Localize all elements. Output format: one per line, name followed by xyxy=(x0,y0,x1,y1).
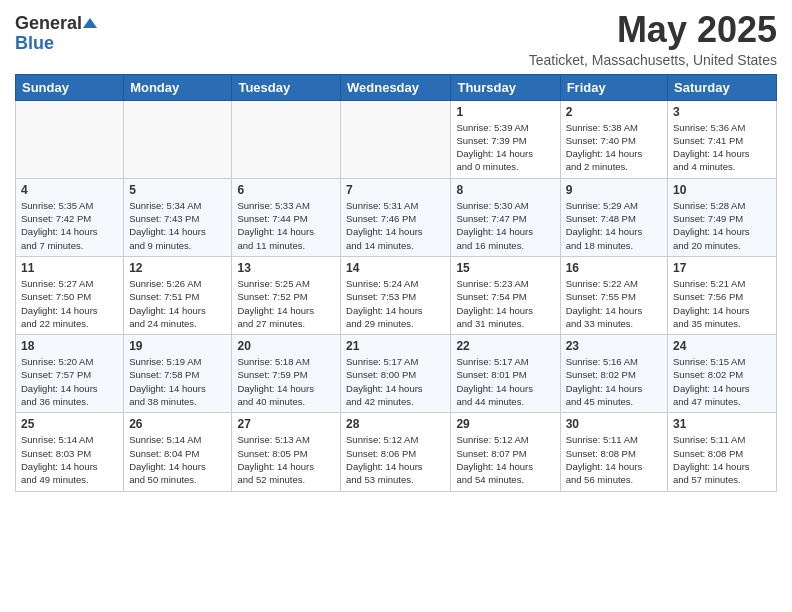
calendar-cell: 18Sunrise: 5:20 AM Sunset: 7:57 PM Dayli… xyxy=(16,335,124,413)
day-info: Sunrise: 5:13 AM Sunset: 8:05 PM Dayligh… xyxy=(237,433,335,486)
calendar-cell: 14Sunrise: 5:24 AM Sunset: 7:53 PM Dayli… xyxy=(341,256,451,334)
calendar-cell: 23Sunrise: 5:16 AM Sunset: 8:02 PM Dayli… xyxy=(560,335,667,413)
day-info: Sunrise: 5:22 AM Sunset: 7:55 PM Dayligh… xyxy=(566,277,662,330)
day-number: 26 xyxy=(129,417,226,431)
day-number: 17 xyxy=(673,261,771,275)
calendar-cell: 21Sunrise: 5:17 AM Sunset: 8:00 PM Dayli… xyxy=(341,335,451,413)
day-number: 10 xyxy=(673,183,771,197)
weekday-header-tuesday: Tuesday xyxy=(232,74,341,100)
day-info: Sunrise: 5:12 AM Sunset: 8:07 PM Dayligh… xyxy=(456,433,554,486)
day-info: Sunrise: 5:36 AM Sunset: 7:41 PM Dayligh… xyxy=(673,121,771,174)
svg-marker-0 xyxy=(83,18,97,28)
weekday-header-monday: Monday xyxy=(124,74,232,100)
calendar-cell: 2Sunrise: 5:38 AM Sunset: 7:40 PM Daylig… xyxy=(560,100,667,178)
day-number: 18 xyxy=(21,339,118,353)
day-info: Sunrise: 5:23 AM Sunset: 7:54 PM Dayligh… xyxy=(456,277,554,330)
day-info: Sunrise: 5:27 AM Sunset: 7:50 PM Dayligh… xyxy=(21,277,118,330)
day-number: 30 xyxy=(566,417,662,431)
calendar-cell xyxy=(232,100,341,178)
weekday-header-saturday: Saturday xyxy=(668,74,777,100)
day-number: 8 xyxy=(456,183,554,197)
day-info: Sunrise: 5:28 AM Sunset: 7:49 PM Dayligh… xyxy=(673,199,771,252)
subtitle: Teaticket, Massachusetts, United States xyxy=(529,52,777,68)
day-number: 7 xyxy=(346,183,445,197)
day-info: Sunrise: 5:17 AM Sunset: 8:00 PM Dayligh… xyxy=(346,355,445,408)
calendar-cell: 11Sunrise: 5:27 AM Sunset: 7:50 PM Dayli… xyxy=(16,256,124,334)
calendar-cell: 4Sunrise: 5:35 AM Sunset: 7:42 PM Daylig… xyxy=(16,178,124,256)
week-row-1: 1Sunrise: 5:39 AM Sunset: 7:39 PM Daylig… xyxy=(16,100,777,178)
calendar-cell: 30Sunrise: 5:11 AM Sunset: 8:08 PM Dayli… xyxy=(560,413,667,491)
header: General Blue May 2025 Teaticket, Massach… xyxy=(15,10,777,68)
day-info: Sunrise: 5:24 AM Sunset: 7:53 PM Dayligh… xyxy=(346,277,445,330)
day-info: Sunrise: 5:14 AM Sunset: 8:03 PM Dayligh… xyxy=(21,433,118,486)
day-number: 19 xyxy=(129,339,226,353)
day-number: 3 xyxy=(673,105,771,119)
day-number: 23 xyxy=(566,339,662,353)
calendar-cell: 19Sunrise: 5:19 AM Sunset: 7:58 PM Dayli… xyxy=(124,335,232,413)
day-number: 2 xyxy=(566,105,662,119)
day-number: 31 xyxy=(673,417,771,431)
day-info: Sunrise: 5:20 AM Sunset: 7:57 PM Dayligh… xyxy=(21,355,118,408)
week-row-4: 18Sunrise: 5:20 AM Sunset: 7:57 PM Dayli… xyxy=(16,335,777,413)
day-info: Sunrise: 5:34 AM Sunset: 7:43 PM Dayligh… xyxy=(129,199,226,252)
weekday-header-wednesday: Wednesday xyxy=(341,74,451,100)
calendar-cell: 20Sunrise: 5:18 AM Sunset: 7:59 PM Dayli… xyxy=(232,335,341,413)
day-number: 6 xyxy=(237,183,335,197)
day-info: Sunrise: 5:21 AM Sunset: 7:56 PM Dayligh… xyxy=(673,277,771,330)
day-number: 12 xyxy=(129,261,226,275)
calendar-cell: 12Sunrise: 5:26 AM Sunset: 7:51 PM Dayli… xyxy=(124,256,232,334)
logo-blue: Blue xyxy=(15,34,54,54)
calendar-cell: 25Sunrise: 5:14 AM Sunset: 8:03 PM Dayli… xyxy=(16,413,124,491)
calendar-cell: 6Sunrise: 5:33 AM Sunset: 7:44 PM Daylig… xyxy=(232,178,341,256)
weekday-header-thursday: Thursday xyxy=(451,74,560,100)
day-number: 5 xyxy=(129,183,226,197)
day-info: Sunrise: 5:14 AM Sunset: 8:04 PM Dayligh… xyxy=(129,433,226,486)
weekday-header-sunday: Sunday xyxy=(16,74,124,100)
day-number: 22 xyxy=(456,339,554,353)
calendar-cell: 31Sunrise: 5:11 AM Sunset: 8:08 PM Dayli… xyxy=(668,413,777,491)
logo: General Blue xyxy=(15,10,97,54)
day-number: 13 xyxy=(237,261,335,275)
day-info: Sunrise: 5:17 AM Sunset: 8:01 PM Dayligh… xyxy=(456,355,554,408)
day-number: 25 xyxy=(21,417,118,431)
day-info: Sunrise: 5:31 AM Sunset: 7:46 PM Dayligh… xyxy=(346,199,445,252)
logo-triangle-icon xyxy=(83,16,97,30)
calendar-cell: 13Sunrise: 5:25 AM Sunset: 7:52 PM Dayli… xyxy=(232,256,341,334)
calendar-cell: 16Sunrise: 5:22 AM Sunset: 7:55 PM Dayli… xyxy=(560,256,667,334)
title-area: May 2025 Teaticket, Massachusetts, Unite… xyxy=(529,10,777,68)
day-number: 28 xyxy=(346,417,445,431)
month-title: May 2025 xyxy=(529,10,777,50)
day-info: Sunrise: 5:16 AM Sunset: 8:02 PM Dayligh… xyxy=(566,355,662,408)
calendar-cell: 28Sunrise: 5:12 AM Sunset: 8:06 PM Dayli… xyxy=(341,413,451,491)
day-number: 15 xyxy=(456,261,554,275)
day-number: 16 xyxy=(566,261,662,275)
logo-general: General xyxy=(15,14,82,34)
day-info: Sunrise: 5:35 AM Sunset: 7:42 PM Dayligh… xyxy=(21,199,118,252)
day-info: Sunrise: 5:29 AM Sunset: 7:48 PM Dayligh… xyxy=(566,199,662,252)
day-info: Sunrise: 5:26 AM Sunset: 7:51 PM Dayligh… xyxy=(129,277,226,330)
weekday-header-row: SundayMondayTuesdayWednesdayThursdayFrid… xyxy=(16,74,777,100)
day-number: 4 xyxy=(21,183,118,197)
calendar-cell xyxy=(16,100,124,178)
day-info: Sunrise: 5:25 AM Sunset: 7:52 PM Dayligh… xyxy=(237,277,335,330)
calendar-cell: 1Sunrise: 5:39 AM Sunset: 7:39 PM Daylig… xyxy=(451,100,560,178)
day-info: Sunrise: 5:19 AM Sunset: 7:58 PM Dayligh… xyxy=(129,355,226,408)
calendar-cell: 27Sunrise: 5:13 AM Sunset: 8:05 PM Dayli… xyxy=(232,413,341,491)
calendar-cell: 9Sunrise: 5:29 AM Sunset: 7:48 PM Daylig… xyxy=(560,178,667,256)
day-info: Sunrise: 5:15 AM Sunset: 8:02 PM Dayligh… xyxy=(673,355,771,408)
calendar-cell: 26Sunrise: 5:14 AM Sunset: 8:04 PM Dayli… xyxy=(124,413,232,491)
day-number: 11 xyxy=(21,261,118,275)
calendar-cell: 10Sunrise: 5:28 AM Sunset: 7:49 PM Dayli… xyxy=(668,178,777,256)
week-row-5: 25Sunrise: 5:14 AM Sunset: 8:03 PM Dayli… xyxy=(16,413,777,491)
day-number: 29 xyxy=(456,417,554,431)
calendar-cell: 22Sunrise: 5:17 AM Sunset: 8:01 PM Dayli… xyxy=(451,335,560,413)
calendar-cell xyxy=(124,100,232,178)
calendar-cell xyxy=(341,100,451,178)
day-number: 20 xyxy=(237,339,335,353)
week-row-3: 11Sunrise: 5:27 AM Sunset: 7:50 PM Dayli… xyxy=(16,256,777,334)
calendar-cell: 29Sunrise: 5:12 AM Sunset: 8:07 PM Dayli… xyxy=(451,413,560,491)
day-number: 21 xyxy=(346,339,445,353)
day-info: Sunrise: 5:30 AM Sunset: 7:47 PM Dayligh… xyxy=(456,199,554,252)
day-info: Sunrise: 5:39 AM Sunset: 7:39 PM Dayligh… xyxy=(456,121,554,174)
calendar-cell: 7Sunrise: 5:31 AM Sunset: 7:46 PM Daylig… xyxy=(341,178,451,256)
